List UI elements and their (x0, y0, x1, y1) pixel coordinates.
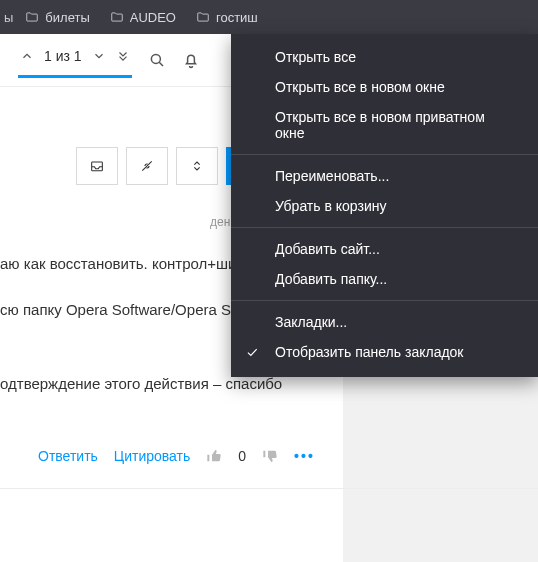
bookmark-label: гостиш (216, 10, 258, 25)
ctx-divider (231, 154, 538, 155)
sort-button[interactable] (176, 147, 218, 185)
ctx-trash[interactable]: Убрать в корзину (231, 191, 538, 221)
ctx-show-bookmarks-bar[interactable]: Отобразить панель закладок (231, 337, 538, 367)
vote-count: 0 (238, 448, 246, 464)
ctx-divider (231, 227, 538, 228)
ctx-add-folder[interactable]: Добавить папку... (231, 264, 538, 294)
ctx-open-all-new-window[interactable]: Открыть все в новом окне (231, 72, 538, 102)
search-icon[interactable] (148, 51, 166, 69)
check-icon (245, 345, 259, 359)
bookmark-folder-audeo[interactable]: AUDEO (102, 6, 184, 29)
inbox-icon (89, 158, 105, 174)
sort-icon (189, 158, 205, 174)
more-actions-icon[interactable]: ••• (294, 448, 315, 464)
folder-icon (196, 10, 210, 24)
link-off-button[interactable] (126, 147, 168, 185)
post-actions: Ответить Цитировать 0 ••• (38, 448, 538, 464)
thumbs-up-icon[interactable] (206, 448, 222, 464)
chevron-down-icon[interactable] (92, 49, 106, 63)
bookmark-label: AUDEO (130, 10, 176, 25)
divider (0, 488, 538, 489)
chevron-up-icon[interactable] (20, 49, 34, 63)
ctx-divider (231, 300, 538, 301)
bookmarks-bar: ы билеты AUDEO гостиш (0, 0, 538, 34)
bookmark-context-menu: Открыть все Открыть все в новом окне Отк… (231, 34, 538, 377)
find-navigation: 1 из 1 (18, 42, 132, 78)
chevron-double-down-icon[interactable] (116, 49, 130, 63)
bookmark-label: билеты (45, 10, 89, 25)
bookmark-partial: ы (4, 10, 13, 25)
ctx-open-all-private[interactable]: Открыть все в новом приватном окне (231, 102, 538, 148)
reply-link[interactable]: Ответить (38, 448, 98, 464)
bell-icon[interactable] (182, 51, 200, 69)
find-counter: 1 из 1 (44, 48, 82, 64)
svg-line-2 (142, 161, 151, 170)
ctx-open-all[interactable]: Открыть все (231, 42, 538, 72)
quote-link[interactable]: Цитировать (114, 448, 190, 464)
svg-line-1 (159, 62, 163, 66)
folder-icon (25, 10, 39, 24)
link-off-icon (139, 158, 155, 174)
ctx-add-site[interactable]: Добавить сайт... (231, 234, 538, 264)
svg-point-0 (151, 54, 160, 63)
inbox-button[interactable] (76, 147, 118, 185)
bookmark-folder-tickets[interactable]: билеты (17, 6, 97, 29)
folder-icon (110, 10, 124, 24)
ctx-item-label: Отобразить панель закладок (275, 344, 464, 360)
thumbs-down-icon[interactable] (262, 448, 278, 464)
ctx-bookmarks[interactable]: Закладки... (231, 307, 538, 337)
ctx-rename[interactable]: Переименовать... (231, 161, 538, 191)
bookmark-folder-hotels[interactable]: гостиш (188, 6, 266, 29)
